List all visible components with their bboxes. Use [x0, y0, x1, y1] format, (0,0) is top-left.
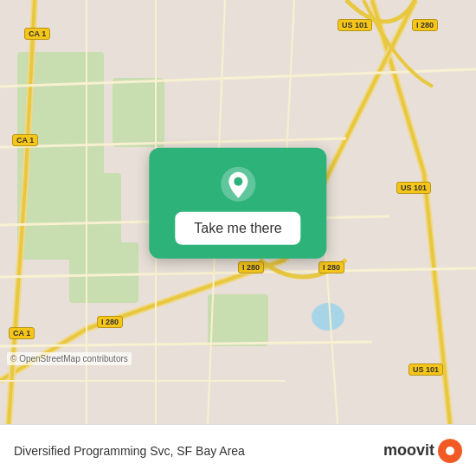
road-label-us101-2: US 101 — [396, 182, 431, 194]
road-label-us101-3: US 101 — [408, 363, 443, 376]
road-label-us101-1: US 101 — [338, 19, 372, 31]
moovit-text: moovit — [383, 441, 434, 460]
road-label-i280-4: I 280 — [97, 316, 123, 328]
popup-card: Take me there — [149, 148, 326, 259]
location-pin-icon — [219, 165, 257, 203]
road-label-ca1-2: CA 1 — [12, 134, 38, 146]
road-label-ca1-1: CA 1 — [24, 28, 50, 40]
location-label: Diversified Programming Svc, SF Bay Area — [14, 444, 245, 458]
moovit-logo: moovit — [383, 439, 462, 463]
moovit-dot-inner — [446, 447, 454, 455]
take-me-there-button[interactable]: Take me there — [175, 212, 300, 245]
svg-point-26 — [234, 177, 242, 186]
svg-line-3 — [424, 173, 450, 424]
info-bar: Diversified Programming Svc, SF Bay Area… — [0, 424, 476, 476]
road-label-ca1-3: CA 1 — [9, 327, 35, 339]
road-label-i280-1: I 280 — [412, 19, 438, 31]
svg-line-15 — [0, 138, 346, 147]
svg-line-13 — [9, 173, 26, 424]
road-label-i280-2: I 280 — [238, 261, 264, 273]
map-container: CA 1 CA 1 CA 1 US 101 US 101 US 101 I 28… — [0, 0, 476, 424]
svg-line-14 — [0, 69, 476, 87]
map-attribution: © OpenStreetMap contributors — [7, 352, 132, 365]
road-label-i280-3: I 280 — [318, 261, 344, 273]
moovit-dot-icon — [438, 439, 462, 463]
